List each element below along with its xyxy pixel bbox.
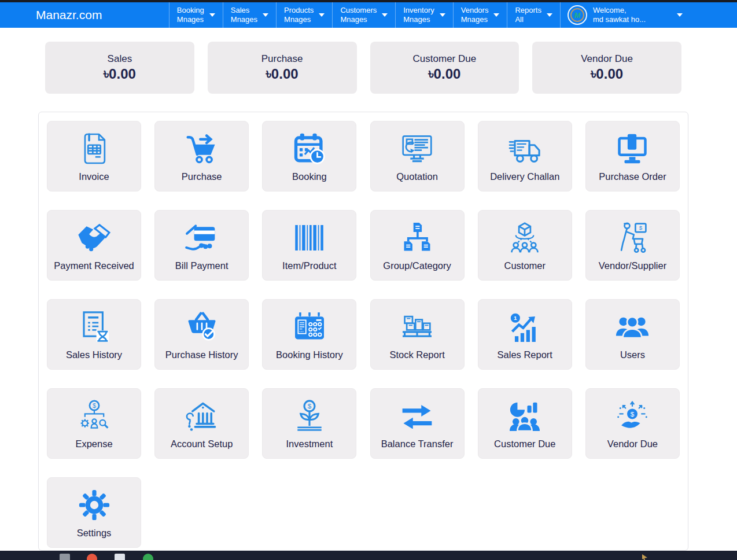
nav-item-customers[interactable]: Customers Mnages: [332, 2, 395, 28]
tile-sales-report[interactable]: 1 Sales Report: [478, 299, 572, 370]
user-name: md sawkat ho...: [593, 15, 646, 24]
tile-bill-payment[interactable]: Bill Payment: [154, 210, 249, 281]
nav-item-inventory[interactable]: Inventory Mnages: [395, 2, 452, 28]
tile-settings[interactable]: Settings: [47, 477, 141, 548]
nav-item-label: Reports: [515, 6, 541, 15]
taskbar-app-icon-3[interactable]: [115, 554, 125, 560]
stock-pallet-icon: [401, 308, 433, 345]
card-label: Customer Due: [413, 53, 477, 65]
card-label: Vendor Due: [581, 53, 633, 65]
brand-logo[interactable]: Manazr.com: [36, 2, 102, 28]
tile-invoice[interactable]: Invoice: [47, 121, 141, 191]
summary-card-sales: Sales ৳0.00: [45, 42, 194, 94]
tile-stock-report[interactable]: Stock Report: [370, 299, 465, 370]
nav-item-label: All: [515, 15, 541, 24]
nav-item-vendors[interactable]: Vendors Mnages: [453, 2, 507, 28]
chevron-down-icon: [547, 13, 552, 17]
tile-customer-due[interactable]: Customer Due: [478, 388, 572, 459]
card-label: Sales: [108, 53, 132, 65]
sales-history-icon: [79, 308, 110, 345]
basket-check-icon: [186, 308, 218, 345]
delivery-truck-icon: [508, 130, 541, 167]
svg-text:$: $: [631, 410, 635, 418]
barcode-icon: [295, 219, 324, 256]
nav-item-label: Products: [284, 6, 314, 15]
taskbar-app-icon-2[interactable]: [87, 554, 97, 560]
invoice-icon: [80, 130, 109, 167]
settings-gear-icon: [79, 487, 110, 524]
tile-label: Stock Report: [389, 349, 444, 360]
expense-icon: $: [79, 397, 110, 434]
nav-item-reports[interactable]: Reports All: [507, 2, 560, 28]
tile-label: Quotation: [396, 171, 438, 182]
customer-due-icon: [508, 397, 541, 434]
tile-delivery-challan[interactable]: Delivery Challan: [478, 121, 572, 191]
tile-purchase[interactable]: Purchase: [154, 121, 249, 191]
tile-label: Sales History: [66, 349, 122, 360]
taskbar-app-icon-4[interactable]: [143, 554, 153, 560]
svg-text:$: $: [93, 403, 96, 410]
tile-balance-transfer[interactable]: Balance Transfer: [370, 388, 465, 459]
tile-label: Sales Report: [498, 349, 552, 360]
tile-label: Balance Transfer: [381, 439, 454, 450]
tile-label: Settings: [77, 528, 112, 539]
card-payment-icon: [185, 219, 219, 256]
tile-label: Investment: [286, 439, 333, 450]
chevron-down-icon: [263, 13, 268, 17]
tile-label: Account Setup: [171, 439, 233, 450]
summary-card-vendor-due: Vendor Due ৳0.00: [532, 42, 681, 94]
nav-item-label: Customers: [340, 6, 377, 15]
tile-investment[interactable]: $ Investment: [262, 388, 356, 459]
tile-label: Payment Received: [54, 260, 134, 271]
navbar-spacer: [102, 2, 168, 28]
tile-label: Vendor Due: [607, 439, 658, 450]
nav-item-booking[interactable]: Booking Mnages: [169, 2, 223, 28]
chevron-down-icon: [382, 13, 388, 17]
svg-text:1: 1: [514, 315, 517, 321]
chevron-down-icon: [677, 13, 683, 17]
svg-text:$: $: [308, 402, 312, 410]
tile-vendor-due[interactable]: $ Vendor Due: [585, 388, 680, 459]
tile-sales-history[interactable]: Sales History: [47, 299, 141, 370]
tile-group-category[interactable]: Group/Category: [370, 210, 465, 281]
card-value: ৳0.00: [591, 66, 623, 82]
tile-booking-history[interactable]: Booking History: [262, 299, 356, 370]
tile-label: Customer Due: [494, 439, 555, 450]
tile-customer[interactable]: Customer: [478, 210, 572, 281]
nav-item-label: Mnages: [403, 15, 434, 24]
tile-purchase-order[interactable]: Purchase Order: [585, 121, 680, 191]
tile-account-setup[interactable]: Account Setup: [154, 388, 249, 459]
tile-label: Booking: [292, 171, 327, 182]
card-value: ৳0.00: [104, 66, 136, 82]
taskbar-app-icon-1[interactable]: [60, 554, 70, 560]
tile-quotation[interactable]: Quotation: [370, 121, 465, 191]
nav-item-label: Mnages: [461, 15, 489, 24]
nav-item-sales[interactable]: Sales Mnages: [223, 2, 276, 28]
tile-item-product[interactable]: Item/Product: [262, 210, 356, 281]
tile-payment-received[interactable]: Payment Received: [47, 210, 141, 281]
tile-label: Item/Product: [282, 260, 337, 271]
tile-vendor-supplier[interactable]: $ Vendor/Supplier: [585, 210, 680, 281]
summary-card-purchase: Purchase ৳0.00: [208, 42, 357, 94]
tile-label: Purchase History: [165, 349, 238, 360]
nav-item-label: Inventory: [403, 6, 434, 15]
transfer-arrows-icon: [400, 397, 434, 434]
user-greeting: Welcome,: [593, 6, 646, 15]
nav-item-label: Mnages: [231, 15, 257, 24]
nav-item-label: Vendors: [461, 6, 489, 15]
avatar: M: [568, 5, 587, 25]
tile-expense[interactable]: $ Expense: [47, 388, 141, 459]
tile-users[interactable]: Users: [585, 299, 680, 370]
card-label: Purchase: [261, 53, 303, 65]
card-value: ৳0.00: [266, 66, 299, 82]
vendor-due-icon: $: [617, 397, 648, 434]
tile-purchase-history[interactable]: Purchase History: [154, 299, 249, 370]
tile-label: Invoice: [79, 171, 109, 182]
user-menu[interactable]: M Welcome, md sawkat ho...: [560, 2, 737, 28]
nav-item-label: Mnages: [284, 15, 314, 24]
tile-label: Customer: [504, 260, 546, 271]
tile-label: Vendor/Supplier: [599, 260, 666, 271]
avatar-monogram: M: [570, 8, 584, 22]
tile-booking[interactable]: Booking: [262, 121, 356, 191]
nav-item-products[interactable]: Products Mnages: [276, 2, 332, 28]
